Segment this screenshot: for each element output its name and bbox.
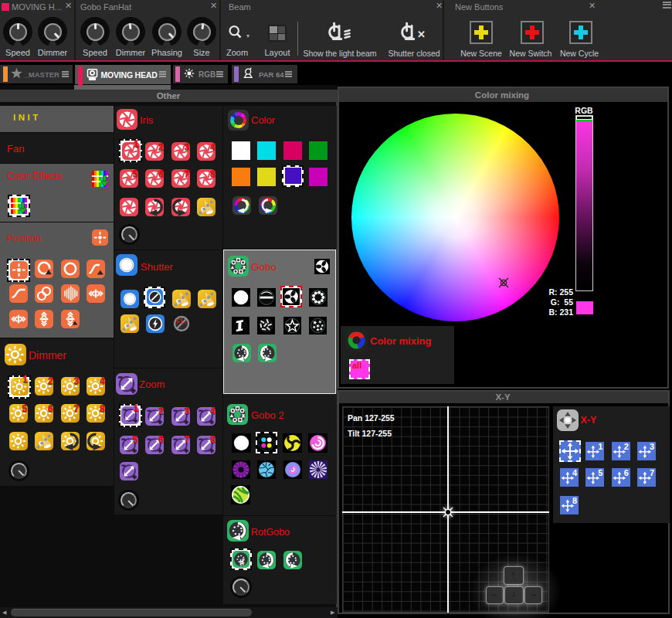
- svg-text:Fl...: Fl...: [176, 317, 188, 325]
